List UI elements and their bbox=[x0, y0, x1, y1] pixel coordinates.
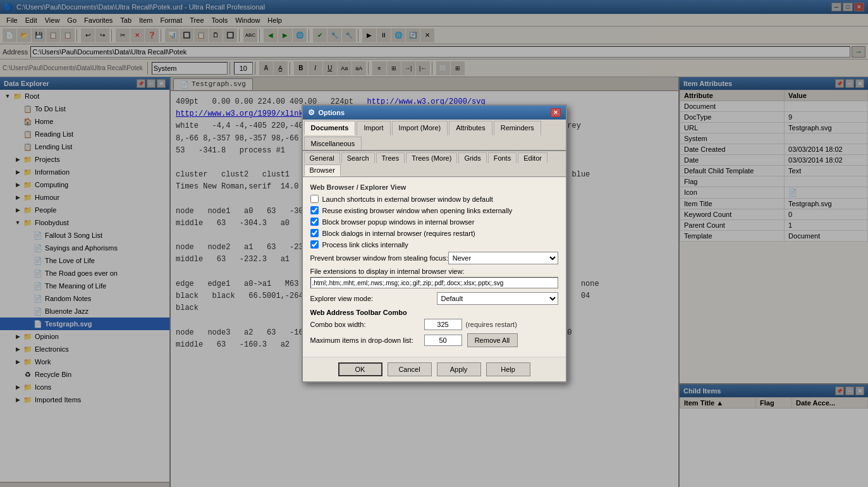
cb-reuse-browser[interactable] bbox=[310, 206, 319, 214]
cb-process-links[interactable] bbox=[310, 240, 319, 249]
max-items-input[interactable] bbox=[424, 335, 462, 346]
modal-overlay[interactable]: ⚙ Options ✕ Documents Import Import (Mor… bbox=[0, 0, 868, 487]
cb-reuse-browser-label: Reuse existing browser window when openi… bbox=[322, 207, 558, 214]
cb-block-popup-label: Block browser popup windows in internal … bbox=[322, 218, 558, 226]
modal-subtab-search[interactable]: Search bbox=[341, 152, 375, 163]
modal-subtab-general[interactable]: General bbox=[304, 152, 340, 163]
modal-body: Web Browser / Explorer View Launch short… bbox=[303, 177, 566, 357]
checkbox-row-2: Reuse existing browser window when openi… bbox=[310, 206, 558, 214]
modal-subtab-browser[interactable]: Browser bbox=[304, 164, 341, 176]
prevent-focus-dropdown[interactable]: Never Always When Minimized bbox=[448, 252, 558, 264]
modal-footer: OK Cancel Apply Help bbox=[303, 357, 566, 381]
modal-subtab-trees[interactable]: Trees bbox=[376, 152, 405, 163]
checkbox-row-4: Block dialogs in internal browser (requi… bbox=[310, 229, 558, 237]
checkbox-row-3: Block browser popup windows in internal … bbox=[310, 218, 558, 226]
combo-width-label: Combo box width: bbox=[310, 321, 424, 328]
explorer-mode-label: Explorer view mode: bbox=[310, 295, 437, 302]
explorer-mode-dropdown[interactable]: Default Large Icons Small Icons List Det… bbox=[437, 292, 558, 305]
modal-main-tabs: Documents Import Import (More) Attribute… bbox=[303, 120, 566, 151]
combo-width-row: Combo box width: (requires restart) bbox=[310, 319, 558, 330]
modal-tab-miscellaneous[interactable]: Miscellaneous bbox=[304, 137, 362, 150]
apply-button[interactable]: Apply bbox=[437, 362, 481, 376]
cancel-button[interactable]: Cancel bbox=[388, 362, 432, 376]
cb-process-links-label: Process link clicks internally bbox=[322, 241, 558, 249]
help-modal-button[interactable]: Help bbox=[486, 362, 530, 376]
modal-sub-tabs: General Search Trees Trees (More) Grids … bbox=[303, 151, 566, 177]
modal-tab-reminders[interactable]: Reminders bbox=[494, 121, 541, 135]
modal-section-title: Web Browser / Explorer View bbox=[310, 183, 558, 191]
modal-tab-import-more[interactable]: Import (More) bbox=[392, 121, 448, 135]
max-items-row: Maximum items in drop-down list: Remove … bbox=[310, 333, 558, 347]
checkbox-row-1: Launch shortcuts in external browser win… bbox=[310, 195, 558, 203]
file-ext-input[interactable] bbox=[310, 277, 558, 288]
cb-block-dialogs-label: Block dialogs in internal browser (requi… bbox=[322, 230, 558, 237]
cb-external-browser[interactable] bbox=[310, 195, 319, 203]
address-toolbar-label: Web Address Toolbar Combo bbox=[310, 309, 558, 316]
prevent-focus-row: Prevent browser window from stealing foc… bbox=[310, 252, 558, 264]
modal-subtab-editor[interactable]: Editor bbox=[518, 152, 547, 163]
modal-tab-documents[interactable]: Documents bbox=[304, 121, 356, 135]
max-items-label: Maximum items in drop-down list: bbox=[310, 336, 424, 344]
modal-title-text: Options bbox=[319, 109, 345, 116]
modal-title-bar: ⚙ Options ✕ bbox=[303, 106, 566, 120]
modal-subtab-fonts[interactable]: Fonts bbox=[488, 152, 517, 163]
prevent-focus-label: Prevent browser window from stealing foc… bbox=[310, 254, 448, 262]
modal-tab-import[interactable]: Import bbox=[357, 121, 390, 135]
ok-button[interactable]: OK bbox=[338, 362, 382, 376]
explorer-mode-row: Explorer view mode: Default Large Icons … bbox=[310, 292, 558, 305]
checkbox-row-5: Process link clicks internally bbox=[310, 240, 558, 249]
file-ext-label: File extensions to display in internal b… bbox=[310, 268, 558, 275]
combo-width-note: (requires restart) bbox=[466, 321, 517, 328]
remove-all-button[interactable]: Remove All bbox=[467, 333, 518, 347]
options-dialog: ⚙ Options ✕ Documents Import Import (Mor… bbox=[302, 104, 567, 383]
cb-external-browser-label: Launch shortcuts in external browser win… bbox=[322, 195, 558, 203]
modal-subtab-trees-more[interactable]: Trees (More) bbox=[406, 152, 457, 163]
modal-subtab-grids[interactable]: Grids bbox=[458, 152, 486, 163]
combo-width-input[interactable] bbox=[424, 319, 462, 330]
modal-icon: ⚙ bbox=[308, 108, 315, 117]
cb-block-popup[interactable] bbox=[310, 218, 319, 226]
modal-tab-attributes[interactable]: Attributes bbox=[449, 121, 492, 135]
cb-block-dialogs[interactable] bbox=[310, 229, 319, 237]
modal-close-button[interactable]: ✕ bbox=[551, 108, 561, 117]
